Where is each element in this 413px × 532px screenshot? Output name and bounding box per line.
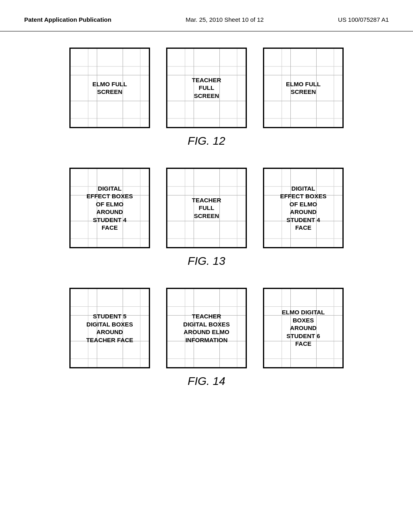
header-publication-label: Patent Application Publication: [24, 16, 111, 23]
figure-14-row: STUDENT 5DIGITAL BOXESAROUNDTEACHER FACE…: [24, 288, 389, 368]
fig13-box-3: DIGITALEFFECT BOXESOF ELMOAROUNDSTUDENT …: [263, 168, 344, 248]
fig13-label-3: DIGITALEFFECT BOXESOF ELMOAROUNDSTUDENT …: [278, 183, 328, 233]
figure-13-section: DIGITALEFFECT BOXESOF ELMOAROUNDSTUDENT …: [24, 168, 389, 268]
fig13-caption: FIG. 13: [24, 255, 389, 268]
header-patent-number: US 100/075287 A1: [338, 16, 389, 23]
fig13-label-2: TEACHERFULLSCREEN: [190, 195, 223, 222]
figure-12-section: ELMO FULLSCREEN TEACHERFULLSCREEN ELMO F…: [24, 48, 389, 148]
fig13-box-1: DIGITALEFFECT BOXESOF ELMOAROUNDSTUDENT …: [69, 168, 150, 248]
fig12-label-3: ELMO FULLSCREEN: [284, 79, 322, 98]
fig12-box-1: ELMO FULLSCREEN: [69, 48, 150, 128]
fig14-caption: FIG. 14: [24, 375, 389, 388]
fig14-label-3: ELMO DIGITALBOXESAROUNDSTUDENT 6FACE: [280, 307, 326, 349]
fig14-box-1: STUDENT 5DIGITAL BOXESAROUNDTEACHER FACE: [69, 288, 150, 368]
fig14-box-3: ELMO DIGITALBOXESAROUNDSTUDENT 6FACE: [263, 288, 344, 368]
figure-13-row: DIGITALEFFECT BOXESOF ELMOAROUNDSTUDENT …: [24, 168, 389, 248]
fig14-label-2: TEACHERDIGITAL BOXESAROUND ELMOINFORMATI…: [181, 311, 231, 345]
fig14-box-2: TEACHERDIGITAL BOXESAROUND ELMOINFORMATI…: [166, 288, 247, 368]
figure-14-section: STUDENT 5DIGITAL BOXESAROUNDTEACHER FACE…: [24, 288, 389, 388]
fig12-caption: FIG. 12: [24, 135, 389, 148]
main-content: ELMO FULLSCREEN TEACHERFULLSCREEN ELMO F…: [0, 31, 413, 424]
fig12-label-2: TEACHERFULLSCREEN: [190, 75, 223, 102]
header-date-sheet: Mar. 25, 2010 Sheet 10 of 12: [186, 16, 263, 23]
fig12-box-2: TEACHERFULLSCREEN: [166, 48, 247, 128]
fig13-box-2: TEACHERFULLSCREEN: [166, 168, 247, 248]
fig14-label-1: STUDENT 5DIGITAL BOXESAROUNDTEACHER FACE: [85, 311, 135, 345]
page-header: Patent Application Publication Mar. 25, …: [0, 0, 413, 31]
fig13-label-1: DIGITALEFFECT BOXESOF ELMOAROUNDSTUDENT …: [85, 183, 134, 233]
fig12-box-3: ELMO FULLSCREEN: [263, 48, 344, 128]
fig12-label-1: ELMO FULLSCREEN: [91, 79, 129, 98]
figure-12-row: ELMO FULLSCREEN TEACHERFULLSCREEN ELMO F…: [24, 48, 389, 128]
